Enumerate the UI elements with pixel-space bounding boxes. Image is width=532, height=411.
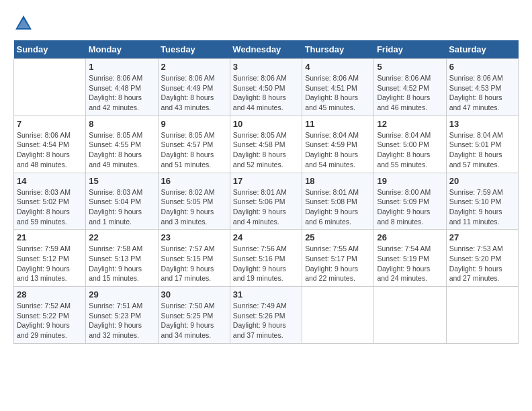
day-number: 24	[233, 232, 299, 242]
calendar-week-row: 7Sunrise: 8:06 AMSunset: 4:54 PMDaylight…	[14, 116, 519, 173]
day-info: Sunrise: 7:56 AMSunset: 5:16 PMDaylight:…	[233, 244, 299, 283]
day-info: Sunrise: 7:59 AMSunset: 5:12 PMDaylight:…	[17, 244, 83, 283]
calendar-week-row: 1Sunrise: 8:06 AMSunset: 4:48 PMDaylight…	[14, 59, 519, 116]
day-number: 29	[89, 289, 154, 300]
calendar-cell: 18Sunrise: 8:01 AMSunset: 5:08 PMDayligh…	[302, 173, 374, 230]
day-info: Sunrise: 8:04 AMSunset: 5:00 PMDaylight:…	[377, 130, 443, 170]
day-of-week-header: Thursday	[302, 40, 374, 59]
day-info: Sunrise: 7:54 AMSunset: 5:19 PMDaylight:…	[377, 244, 443, 283]
day-info: Sunrise: 8:01 AMSunset: 5:06 PMDaylight:…	[233, 187, 299, 227]
day-info: Sunrise: 7:52 AMSunset: 5:22 PMDaylight:…	[17, 301, 83, 340]
day-info: Sunrise: 8:03 AMSunset: 5:04 PMDaylight:…	[89, 187, 154, 227]
day-number: 15	[89, 176, 154, 186]
calendar-table: SundayMondayTuesdayWednesdayThursdayFrid…	[13, 40, 519, 344]
calendar-cell: 1Sunrise: 8:06 AMSunset: 4:48 PMDaylight…	[86, 59, 158, 116]
calendar-cell	[302, 287, 374, 344]
calendar-cell: 22Sunrise: 7:58 AMSunset: 5:13 PMDayligh…	[86, 230, 158, 287]
day-of-week-header: Tuesday	[158, 40, 230, 59]
day-of-week-header: Saturday	[446, 40, 518, 59]
calendar-cell: 27Sunrise: 7:53 AMSunset: 5:20 PMDayligh…	[446, 230, 518, 287]
day-number: 25	[305, 232, 371, 242]
day-number: 28	[17, 289, 83, 300]
day-info: Sunrise: 8:03 AMSunset: 5:02 PMDaylight:…	[17, 187, 83, 227]
day-number: 11	[305, 119, 371, 129]
day-number: 12	[377, 119, 443, 129]
day-info: Sunrise: 7:49 AMSunset: 5:26 PMDaylight:…	[233, 301, 299, 340]
day-number: 20	[449, 176, 515, 186]
day-info: Sunrise: 8:06 AMSunset: 4:50 PMDaylight:…	[233, 73, 299, 113]
day-number: 8	[89, 119, 154, 129]
day-number: 6	[449, 62, 515, 72]
calendar-cell: 17Sunrise: 8:01 AMSunset: 5:06 PMDayligh…	[230, 173, 302, 230]
calendar-cell: 24Sunrise: 7:56 AMSunset: 5:16 PMDayligh…	[230, 230, 302, 287]
day-number: 4	[305, 62, 371, 72]
day-info: Sunrise: 8:06 AMSunset: 4:48 PMDaylight:…	[89, 73, 154, 113]
day-info: Sunrise: 7:57 AMSunset: 5:15 PMDaylight:…	[161, 244, 227, 283]
calendar-cell	[14, 59, 86, 116]
calendar-cell: 9Sunrise: 8:05 AMSunset: 4:57 PMDaylight…	[158, 116, 230, 173]
day-of-week-header: Monday	[86, 40, 158, 59]
calendar-cell: 19Sunrise: 8:00 AMSunset: 5:09 PMDayligh…	[374, 173, 446, 230]
day-number: 7	[17, 119, 83, 129]
calendar-cell	[446, 287, 518, 344]
logo	[13, 13, 36, 34]
day-number: 16	[161, 176, 227, 186]
logo-icon	[13, 13, 34, 34]
day-info: Sunrise: 8:05 AMSunset: 4:57 PMDaylight:…	[161, 130, 227, 170]
day-number: 26	[377, 232, 443, 242]
calendar-cell: 5Sunrise: 8:06 AMSunset: 4:52 PMDaylight…	[374, 59, 446, 116]
calendar-cell: 12Sunrise: 8:04 AMSunset: 5:00 PMDayligh…	[374, 116, 446, 173]
calendar-cell: 14Sunrise: 8:03 AMSunset: 5:02 PMDayligh…	[14, 173, 86, 230]
day-info: Sunrise: 8:06 AMSunset: 4:51 PMDaylight:…	[305, 73, 371, 113]
day-of-week-header: Friday	[374, 40, 446, 59]
calendar-week-row: 28Sunrise: 7:52 AMSunset: 5:22 PMDayligh…	[14, 287, 519, 344]
day-info: Sunrise: 8:06 AMSunset: 4:54 PMDaylight:…	[17, 130, 83, 170]
calendar-week-row: 21Sunrise: 7:59 AMSunset: 5:12 PMDayligh…	[14, 230, 519, 287]
day-info: Sunrise: 8:04 AMSunset: 5:01 PMDaylight:…	[449, 130, 515, 170]
day-number: 18	[305, 176, 371, 186]
day-info: Sunrise: 8:05 AMSunset: 4:55 PMDaylight:…	[89, 130, 154, 170]
day-info: Sunrise: 7:55 AMSunset: 5:17 PMDaylight:…	[305, 244, 371, 283]
day-number: 22	[89, 232, 154, 242]
calendar-cell: 7Sunrise: 8:06 AMSunset: 4:54 PMDaylight…	[14, 116, 86, 173]
day-info: Sunrise: 8:06 AMSunset: 4:49 PMDaylight:…	[161, 73, 227, 113]
day-number: 1	[89, 62, 154, 72]
day-number: 9	[161, 119, 227, 129]
calendar-cell	[374, 287, 446, 344]
day-number: 30	[161, 289, 227, 300]
day-info: Sunrise: 8:00 AMSunset: 5:09 PMDaylight:…	[377, 187, 443, 227]
day-number: 2	[161, 62, 227, 72]
day-number: 5	[377, 62, 443, 72]
day-info: Sunrise: 7:58 AMSunset: 5:13 PMDaylight:…	[89, 244, 154, 283]
day-of-week-header: Sunday	[14, 40, 86, 59]
calendar-cell: 30Sunrise: 7:50 AMSunset: 5:25 PMDayligh…	[158, 287, 230, 344]
calendar-cell: 25Sunrise: 7:55 AMSunset: 5:17 PMDayligh…	[302, 230, 374, 287]
calendar-cell: 15Sunrise: 8:03 AMSunset: 5:04 PMDayligh…	[86, 173, 158, 230]
day-number: 17	[233, 176, 299, 186]
day-info: Sunrise: 8:02 AMSunset: 5:05 PMDaylight:…	[161, 187, 227, 227]
calendar-week-row: 14Sunrise: 8:03 AMSunset: 5:02 PMDayligh…	[14, 173, 519, 230]
calendar-cell: 2Sunrise: 8:06 AMSunset: 4:49 PMDaylight…	[158, 59, 230, 116]
day-info: Sunrise: 8:04 AMSunset: 4:59 PMDaylight:…	[305, 130, 371, 170]
day-info: Sunrise: 7:51 AMSunset: 5:23 PMDaylight:…	[89, 301, 154, 340]
calendar-cell: 8Sunrise: 8:05 AMSunset: 4:55 PMDaylight…	[86, 116, 158, 173]
day-info: Sunrise: 8:06 AMSunset: 4:52 PMDaylight:…	[377, 73, 443, 113]
calendar-cell: 13Sunrise: 8:04 AMSunset: 5:01 PMDayligh…	[446, 116, 518, 173]
calendar-cell: 3Sunrise: 8:06 AMSunset: 4:50 PMDaylight…	[230, 59, 302, 116]
day-info: Sunrise: 7:50 AMSunset: 5:25 PMDaylight:…	[161, 301, 227, 340]
calendar-cell: 29Sunrise: 7:51 AMSunset: 5:23 PMDayligh…	[86, 287, 158, 344]
day-of-week-header: Wednesday	[230, 40, 302, 59]
calendar-cell: 28Sunrise: 7:52 AMSunset: 5:22 PMDayligh…	[14, 287, 86, 344]
day-info: Sunrise: 7:53 AMSunset: 5:20 PMDaylight:…	[449, 244, 515, 283]
calendar-cell: 23Sunrise: 7:57 AMSunset: 5:15 PMDayligh…	[158, 230, 230, 287]
calendar-cell: 6Sunrise: 8:06 AMSunset: 4:53 PMDaylight…	[446, 59, 518, 116]
day-number: 3	[233, 62, 299, 72]
day-number: 10	[233, 119, 299, 129]
page-header	[13, 13, 519, 34]
day-info: Sunrise: 8:01 AMSunset: 5:08 PMDaylight:…	[305, 187, 371, 227]
day-number: 27	[449, 232, 515, 242]
calendar-cell: 31Sunrise: 7:49 AMSunset: 5:26 PMDayligh…	[230, 287, 302, 344]
calendar-cell: 26Sunrise: 7:54 AMSunset: 5:19 PMDayligh…	[374, 230, 446, 287]
calendar-cell: 4Sunrise: 8:06 AMSunset: 4:51 PMDaylight…	[302, 59, 374, 116]
day-number: 23	[161, 232, 227, 242]
